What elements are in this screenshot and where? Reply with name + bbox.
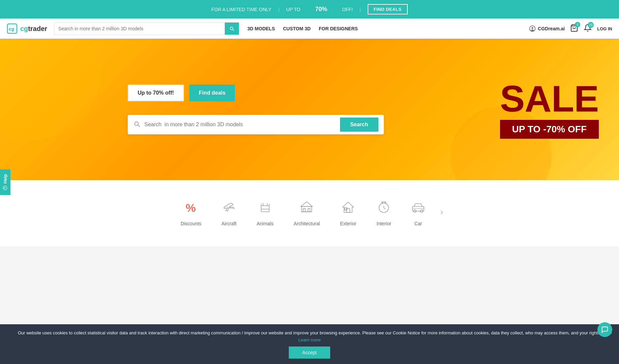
category-animals[interactable]: Animals — [247, 194, 284, 233]
svg-rect-8 — [261, 206, 269, 212]
svg-rect-16 — [308, 208, 310, 212]
nav-right: CGDream.ai 0 20 LOG IN — [529, 24, 612, 33]
aircraft-icon — [222, 200, 236, 217]
exterior-icon — [341, 200, 355, 217]
hero-banner: Up to 70% off! Find deals Search SALE UP… — [0, 39, 619, 180]
percent-icon: % — [184, 200, 198, 214]
svg-text:%: % — [186, 201, 196, 214]
aircraft-label: Aircraft — [221, 221, 236, 226]
svg-point-6 — [6, 188, 6, 188]
category-interior[interactable]: Interior — [367, 194, 402, 233]
nav-3d-models[interactable]: 3D MODELS — [247, 26, 275, 31]
header: cg cgtrader 3D MODELS CUSTOM 3D FOR DESI… — [0, 19, 619, 39]
chevron-right-icon — [438, 209, 445, 216]
hero-content: Up to 70% off! Find deals Search — [107, 71, 512, 148]
category-discounts[interactable]: % Discounts — [171, 194, 211, 233]
header-search-bar — [54, 22, 239, 35]
hero-buttons: Up to 70% off! Find deals — [128, 85, 235, 101]
header-search-button[interactable] — [225, 23, 239, 35]
svg-marker-17 — [301, 202, 312, 206]
cart-badge: 0 — [575, 22, 580, 27]
hero-search-bar: Search — [128, 115, 384, 134]
header-search-input[interactable] — [54, 23, 225, 35]
logo-icon: cg — [7, 23, 18, 34]
hero-search-button[interactable]: Search — [340, 118, 378, 132]
animals-svg-icon — [258, 200, 272, 214]
category-architectural[interactable]: Architectural — [283, 194, 330, 233]
hero-find-deals-button[interactable]: Find deals — [189, 85, 235, 101]
categories-section: % Discounts Aircraft — [0, 180, 619, 246]
sale-big-text: SALE — [500, 80, 599, 117]
arch-svg-icon — [300, 200, 313, 214]
interior-label: Interior — [377, 221, 392, 226]
svg-text:cg: cg — [9, 26, 14, 32]
architectural-label: Architectural — [293, 221, 320, 226]
house-icon — [341, 200, 355, 214]
animals-icon — [258, 200, 272, 217]
svg-marker-19 — [343, 202, 353, 212]
hero-sale-button[interactable]: Up to 70% off! — [128, 85, 184, 101]
hero-sale-right: SALE UP TO -70% OFF — [500, 80, 599, 139]
search-icon — [229, 26, 235, 31]
help-sidebar[interactable]: Help — [0, 169, 10, 195]
plane-icon — [222, 200, 236, 214]
notif-badge: 20 — [588, 22, 594, 28]
hero-search-input[interactable] — [145, 122, 340, 128]
car-label: Car — [414, 221, 422, 226]
logo-link[interactable]: cg cgtrader — [7, 23, 47, 34]
discounts-icon: % — [184, 200, 198, 217]
promo-find-deals-button[interactable]: FIND DEALS — [368, 4, 408, 14]
promo-text1: FOR A LIMITED TIME ONLY — [211, 7, 271, 12]
animals-label: Animals — [257, 221, 274, 226]
hero-bg-shape-1 — [0, 39, 101, 140]
discounts-label: Discounts — [181, 221, 201, 226]
help-label: Help — [3, 174, 8, 183]
sale-box-text: UP TO -70% OFF — [500, 120, 599, 139]
cart-wrapper[interactable]: 0 — [570, 24, 578, 33]
car-svg-icon — [411, 200, 425, 214]
svg-rect-28 — [412, 206, 424, 211]
promo-sep2: | — [360, 7, 361, 12]
architectural-icon — [300, 200, 313, 217]
promo-bar: FOR A LIMITED TIME ONLY | UP TO 70% OFF!… — [0, 0, 619, 19]
cgdream-link[interactable]: CGDream.ai — [529, 25, 565, 32]
svg-rect-21 — [345, 208, 347, 210]
svg-line-24 — [384, 208, 385, 209]
category-exterior[interactable]: Exterior — [330, 194, 366, 233]
cgdream-label: CGDream.ai — [538, 26, 565, 31]
interior-icon — [377, 200, 391, 217]
hero-search-icon — [133, 120, 141, 129]
nav-for-designers[interactable]: FOR DESIGNERS — [319, 26, 358, 31]
login-button[interactable]: LOG IN — [597, 26, 612, 31]
category-car[interactable]: Car — [401, 194, 435, 233]
exterior-label: Exterior — [340, 221, 356, 226]
svg-point-3 — [532, 27, 533, 29]
svg-rect-15 — [303, 208, 305, 212]
category-aircraft[interactable]: Aircraft — [211, 194, 246, 233]
main-nav: 3D MODELS CUSTOM 3D FOR DESIGNERS — [247, 26, 358, 31]
help-icon — [3, 186, 8, 190]
promo-upto: UP TO — [286, 7, 300, 12]
notification-wrapper[interactable]: 20 — [584, 24, 592, 33]
nav-custom-3d[interactable]: CUSTOM 3D — [283, 26, 311, 31]
categories-inner: % Discounts Aircraft — [124, 194, 495, 233]
promo-sep1: | — [278, 7, 280, 12]
categories-next-arrow[interactable] — [435, 206, 448, 221]
logo-text: cgtrader — [20, 25, 47, 33]
promo-off: OFF! — [342, 7, 353, 12]
car-icon — [411, 200, 425, 217]
promo-percent: 70% — [315, 6, 327, 13]
clock-icon — [377, 200, 391, 214]
cgdream-icon — [529, 25, 536, 32]
